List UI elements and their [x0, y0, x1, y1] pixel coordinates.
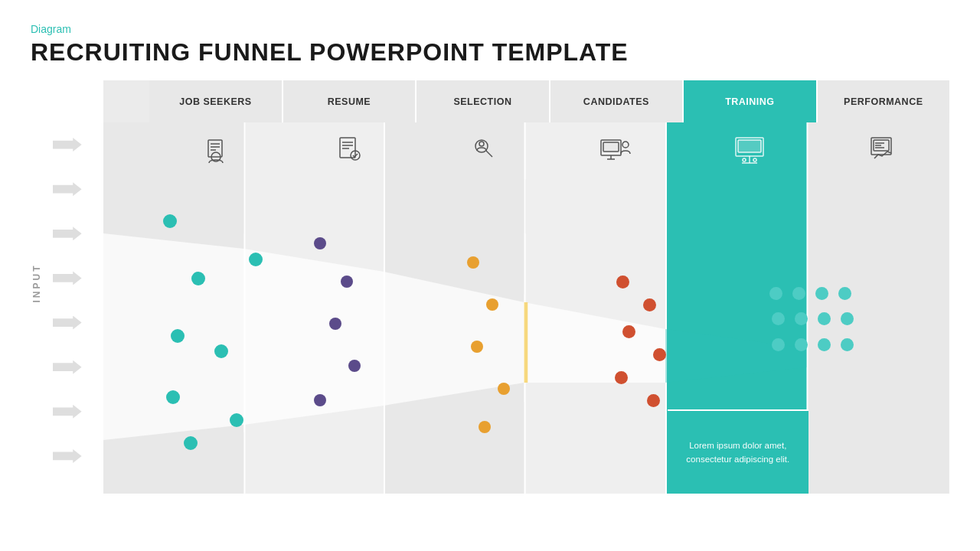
- col-header-job-seekers: JOB SEEKERS: [149, 80, 283, 122]
- arrow-3: [53, 227, 82, 240]
- col-header-training: TRAINING: [684, 80, 817, 122]
- arrow-2: [53, 182, 82, 196]
- arrow-5: [53, 316, 82, 330]
- training-description: Lorem ipsum dolor amet, consectetur adip…: [668, 409, 808, 494]
- column-headers: JOB SEEKERS RESUME SELECTION CANDIDATES …: [149, 80, 949, 122]
- col-header-candidates: CANDIDATES: [550, 80, 684, 122]
- arrows-column: [46, 80, 88, 486]
- arrow-8: [53, 449, 82, 463]
- page-title: RECRUITING FUNNEL POWERPOINT TEMPLATE: [31, 38, 949, 67]
- col-header-performance: PERFORMANCE: [818, 80, 949, 122]
- input-label: INPUT: [31, 264, 42, 303]
- funnel-diagram: JOB SEEKERS RESUME SELECTION CANDIDATES …: [103, 80, 949, 494]
- training-description-text: Lorem ipsum dolor amet, consectetur adip…: [672, 439, 804, 467]
- svg-rect-30: [524, 302, 528, 383]
- col-header-resume: RESUME: [283, 80, 416, 122]
- col-header-selection: SELECTION: [416, 80, 550, 122]
- category-label: Diagram: [31, 23, 949, 35]
- arrow-6: [53, 360, 82, 374]
- arrow-1: [53, 138, 82, 152]
- arrow-4: [53, 271, 82, 285]
- svg-rect-23: [808, 122, 949, 494]
- funnel-body-svg: [103, 122, 949, 494]
- arrow-7: [53, 405, 82, 419]
